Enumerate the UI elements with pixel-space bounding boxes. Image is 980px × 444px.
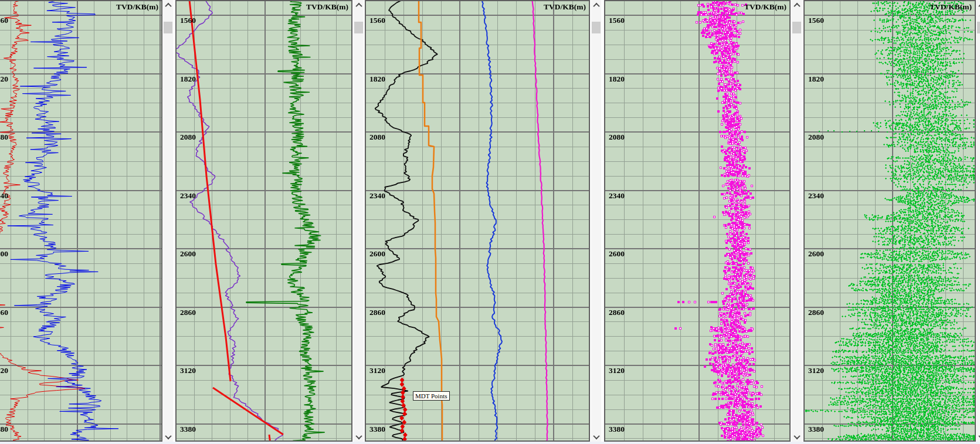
depth-label: 2340 (180, 191, 196, 201)
depth-label: 2600 (180, 249, 196, 259)
depth-label: 2860 (369, 308, 385, 317)
scroll-up-button[interactable] (354, 0, 364, 10)
scrollbar-thumb[interactable] (164, 22, 172, 33)
depth-label: 3120 (369, 366, 385, 375)
depth-label: 2860 (808, 308, 824, 317)
scroll-up-button[interactable] (163, 0, 173, 10)
track-1-curves-canvas (0, 1, 161, 440)
chevron-down-icon (165, 432, 171, 439)
depth-label: 1820 (609, 74, 625, 84)
depth-label: 2340 (609, 191, 625, 201)
scroll-down-button[interactable] (792, 432, 802, 442)
depth-label: 2340 (0, 191, 8, 201)
chevron-down-icon (355, 432, 362, 439)
depth-label: 2340 (808, 191, 824, 201)
scroll-down-button[interactable] (591, 432, 601, 442)
scroll-up-button[interactable] (976, 0, 980, 10)
depth-axis-title: TVD/KB(m) (930, 2, 972, 12)
depth-label: 2860 (609, 308, 625, 317)
depth-label: 1560 (369, 16, 385, 25)
scroll-up-button[interactable] (792, 0, 802, 10)
scrollbar-thumb[interactable] (592, 22, 601, 33)
scrollbar-thumb[interactable] (977, 22, 980, 33)
depth-label: 1560 (180, 16, 196, 25)
depth-label: 2600 (0, 249, 8, 259)
track-3-plot[interactable]: TVD/KB(m) MDT Points 1560182020802340260… (365, 0, 590, 442)
chevron-up-icon (794, 2, 800, 9)
scrollbar-thumb[interactable] (354, 22, 363, 33)
track-1-plot[interactable]: TVD/KB(m) 156018202080234026002860312033… (0, 0, 162, 442)
depth-label: 2080 (609, 133, 625, 142)
depth-label: 3120 (180, 366, 196, 375)
track-4-scrollbar[interactable] (792, 0, 802, 442)
track-3-scrollbar[interactable] (591, 0, 601, 442)
depth-label: 1820 (369, 74, 385, 84)
scroll-down-button[interactable] (163, 432, 173, 442)
depth-label: 3120 (0, 366, 8, 375)
track-5-scrollbar[interactable] (976, 0, 980, 442)
mdt-points-label: MDT Points (413, 391, 450, 401)
chevron-up-icon (355, 2, 362, 9)
depth-label: 2860 (0, 308, 8, 317)
track-5-plot[interactable]: TVD/KB(m) 156018202080234026002860312033… (803, 0, 976, 442)
scrollbar-thumb[interactable] (792, 22, 801, 33)
depth-label: 1560 (0, 16, 8, 25)
scroll-down-button[interactable] (976, 432, 980, 442)
scroll-up-button[interactable] (591, 0, 601, 10)
depth-label: 3380 (0, 425, 8, 434)
track-3-curves-canvas (366, 1, 589, 440)
depth-label: 2080 (369, 133, 385, 142)
depth-label: 3120 (609, 366, 625, 375)
depth-label: 2080 (0, 133, 8, 142)
depth-label: 3380 (180, 425, 196, 434)
scroll-down-button[interactable] (354, 432, 364, 442)
track-4-plot[interactable]: TVD/KB(m) 156018202080234026002860312033… (604, 0, 791, 442)
track-2-plot[interactable]: TVD/KB(m) 156018202080234026002860312033… (175, 0, 352, 442)
well-log-viewer: TVD/KB(m) 156018202080234026002860312033… (0, 0, 980, 444)
chevron-up-icon (165, 2, 171, 9)
depth-axis-title: TVD/KB(m) (306, 2, 348, 12)
track-2-curves-canvas (177, 1, 351, 440)
depth-axis-title: TVD/KB(m) (544, 2, 586, 12)
depth-label: 1820 (808, 74, 824, 84)
depth-label: 3380 (609, 425, 625, 434)
track-4-curves-canvas (605, 1, 789, 440)
depth-label: 1560 (808, 16, 824, 25)
track-5-curves-canvas (805, 1, 975, 440)
chevron-down-icon (794, 432, 800, 439)
depth-axis-title: TVD/KB(m) (744, 2, 786, 12)
depth-axis-title: TVD/KB(m) (116, 2, 158, 12)
depth-label: 2080 (808, 133, 824, 142)
track-2-scrollbar[interactable] (354, 0, 364, 442)
depth-label: 1820 (0, 74, 8, 84)
depth-label: 2600 (369, 249, 385, 259)
depth-label: 1560 (609, 16, 625, 25)
depth-label: 2600 (609, 249, 625, 259)
depth-label: 2600 (808, 249, 824, 259)
track-1-scrollbar[interactable] (163, 0, 173, 442)
depth-label: 1820 (180, 74, 196, 84)
depth-label: 2340 (369, 191, 385, 201)
depth-label: 2860 (180, 308, 196, 317)
depth-label: 2080 (180, 133, 196, 142)
chevron-up-icon (593, 2, 599, 9)
depth-label: 3380 (369, 425, 385, 434)
chevron-down-icon (593, 432, 599, 439)
depth-label: 3380 (808, 425, 824, 434)
window-bottom-strip (0, 442, 980, 444)
depth-label: 3120 (808, 366, 824, 375)
